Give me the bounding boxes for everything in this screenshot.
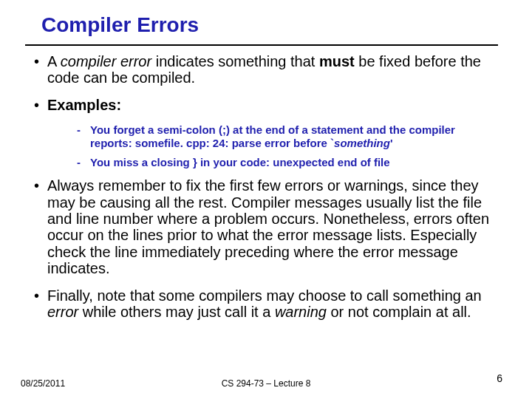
text: Finally, note that some compilers may ch… <box>47 287 482 304</box>
text: You miss a closing } in your code: unexp… <box>90 156 390 168</box>
text-italic: error <box>47 304 78 320</box>
bullet-examples-heading: Examples: <box>33 97 491 113</box>
slide-body: A compiler error indicates something tha… <box>33 53 491 330</box>
slide: Compiler Errors A compiler error indicat… <box>0 0 532 399</box>
footer-page-number: 6 <box>497 372 502 384</box>
text: indicates something that <box>151 53 319 69</box>
text: You forget a semi-colon (;) at the end o… <box>90 123 455 149</box>
text-italic: compiler error <box>61 53 151 69</box>
bullet-compiler-error-definition: A compiler error indicates something tha… <box>33 53 491 86</box>
subbullet-semicolon-example: You forget a semi-colon (;) at the end o… <box>77 123 489 149</box>
text: A <box>47 53 61 69</box>
text-bold: must <box>319 53 355 69</box>
text-italic: something <box>334 137 390 149</box>
text: Always remember to fix the first few err… <box>47 177 489 276</box>
footer-course: CS 294-73 – Lecture 8 <box>0 378 532 389</box>
slide-title: Compiler Errors <box>41 13 199 37</box>
bullet-error-vs-warning: Finally, note that some compilers may ch… <box>33 287 491 321</box>
subbullet-closing-brace-example: You miss a closing } in your code: unexp… <box>77 156 489 169</box>
text: ' <box>390 137 393 149</box>
bullet-fix-first-errors: Always remember to fix the first few err… <box>33 177 491 276</box>
text-italic: warning <box>275 304 327 320</box>
text: or not complain at all. <box>327 304 471 320</box>
text-bold: Examples: <box>47 97 121 113</box>
text: while others may just call it a <box>78 304 275 320</box>
title-divider <box>25 44 498 46</box>
